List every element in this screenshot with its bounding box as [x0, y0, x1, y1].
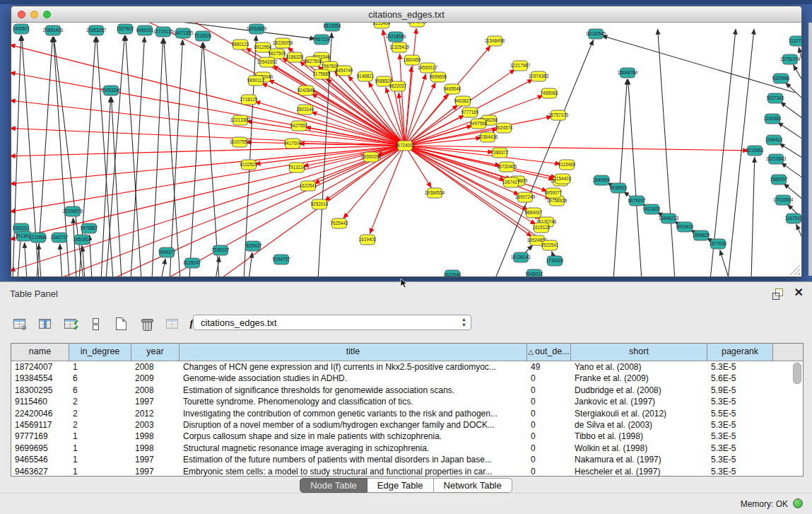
- graph-node-yellow[interactable]: 9417004: [284, 139, 302, 148]
- graph-node-teal[interactable]: 1677030: [710, 239, 727, 249]
- graph-node-teal[interactable]: 20691406: [43, 25, 64, 35]
- graph-node-teal[interactable]: 14136141: [511, 252, 531, 262]
- graph-node-teal[interactable]: 1733426: [546, 256, 564, 266]
- graph-node-teal[interactable]: 17016504: [773, 195, 794, 205]
- graph-node-teal[interactable]: 8215953: [746, 146, 764, 156]
- graph-node-yellow[interactable]: 10974383: [529, 71, 549, 81]
- column-header-name[interactable]: name: [11, 344, 69, 361]
- graph-node-teal[interactable]: 15751074: [780, 54, 801, 64]
- graph-node-yellow[interactable]: 8125464: [373, 23, 391, 28]
- graph-node-teal[interactable]: 1451914: [73, 235, 91, 245]
- graph-node-teal[interactable]: 14671355: [173, 28, 194, 38]
- graph-node-teal[interactable]: 2342737: [51, 233, 69, 243]
- table-row[interactable]: 911546021997Tourette syndrome. Phenomeno…: [11, 396, 803, 407]
- graph-node-yellow[interactable]: 9699695: [430, 72, 447, 82]
- float-panel-icon[interactable]: [772, 288, 784, 299]
- graph-node-teal[interactable]: 1167533: [785, 214, 801, 223]
- row-height-button[interactable]: [86, 315, 105, 332]
- graph-node-teal[interactable]: 1640954: [593, 175, 611, 185]
- graph-node-yellow[interactable]: 8102525: [240, 160, 258, 170]
- graph-node-yellow[interactable]: 9463627: [454, 96, 472, 106]
- table-row[interactable]: 1938455462009Genome-wide association stu…: [11, 373, 803, 384]
- column-header-pagerank[interactable]: pagerank: [707, 344, 773, 361]
- graph-node-yellow[interactable]: 2718129: [240, 95, 258, 105]
- graph-node-yellow[interactable]: 18300295: [361, 152, 382, 162]
- graph-node-teal[interactable]: 9245012: [526, 269, 543, 276]
- graph-node-yellow[interactable]: 12217987: [510, 61, 531, 71]
- graph-node-yellow[interactable]: 9252014: [311, 199, 329, 209]
- graph-node-teal[interactable]: 9227343: [767, 93, 784, 103]
- graph-node-teal[interactable]: 1527602: [117, 24, 134, 34]
- graph-node-yellow[interactable]: 12213382: [230, 115, 251, 125]
- tab-edge-table[interactable]: Edge Table: [367, 478, 434, 493]
- graph-node-yellow[interactable]: 9427552: [290, 121, 308, 131]
- graph-node-yellow[interactable]: 18226058: [273, 38, 293, 48]
- graph-node-yellow[interactable]: 16107553: [230, 137, 250, 147]
- graph-node-yellow[interactable]: 9884067: [525, 208, 543, 218]
- graph-node-yellow[interactable]: 11548498: [485, 36, 505, 46]
- graph-node-teal[interactable]: 1209383: [764, 114, 782, 124]
- graph-node-teal[interactable]: 7694377: [158, 247, 176, 257]
- graph-node-teal[interactable]: 1244413: [765, 135, 783, 145]
- graph-node-yellow[interactable]: 8454749: [336, 66, 353, 76]
- graph-node-yellow[interactable]: 19384554: [425, 188, 445, 198]
- graph-node-teal[interactable]: 6679197: [628, 196, 646, 206]
- graph-node-yellow[interactable]: 2522541: [541, 240, 559, 250]
- graph-node-yellow[interactable]: 1619402: [359, 235, 377, 245]
- graph-node-teal[interactable]: 16210643: [766, 154, 787, 164]
- column-header-in-degree[interactable]: in_degree: [69, 344, 131, 361]
- graph-node-teal[interactable]: 20053346: [101, 86, 122, 95]
- tab-node-table[interactable]: Node Table: [300, 478, 367, 493]
- graph-node-teal[interactable]: 9329966: [772, 74, 790, 83]
- graph-node-yellow[interactable]: 9827508: [305, 57, 322, 66]
- table-row[interactable]: 1830029562008Estimation of significance …: [11, 385, 803, 396]
- graph-node-yellow[interactable]: 2803144: [297, 105, 314, 115]
- network-window-titlebar[interactable]: citations_edges.txt: [11, 6, 801, 23]
- graph-node-teal[interactable]: 9194757: [273, 255, 290, 264]
- table-row[interactable]: 969969511998Structural magnetic resonanc…: [11, 443, 803, 454]
- graph-node-teal[interactable]: 1622548: [444, 270, 461, 276]
- graph-node-yellow[interactable]: 16646059: [407, 23, 428, 27]
- graph-node-teal[interactable]: 20206576: [63, 206, 83, 216]
- graph-node-teal[interactable]: 7625437: [245, 241, 262, 251]
- graph-node-yellow[interactable]: 1622541: [300, 181, 317, 191]
- graph-node-yellow[interactable]: 7625443: [331, 218, 348, 228]
- graph-node-teal[interactable]: 8128247: [184, 258, 201, 268]
- select-columns-button[interactable]: [35, 315, 54, 332]
- column-header-year[interactable]: year: [131, 344, 180, 361]
- graph-node-yellow[interactable]: 1615132: [533, 223, 551, 233]
- graph-node-yellow[interactable]: 10543392: [257, 57, 278, 67]
- graph-node-teal[interactable]: 7957224: [313, 35, 331, 45]
- memory-status-indicator[interactable]: [793, 498, 803, 508]
- graph-node-yellow[interactable]: 8186328: [286, 52, 304, 62]
- table-row[interactable]: 977716911998Corpus callosum shape and si…: [11, 431, 803, 442]
- table-row[interactable]: 1872400712008Changes of HCN gene express…: [11, 361, 803, 373]
- graph-node-teal[interactable]: 16053809: [247, 24, 267, 34]
- graph-node-yellow[interactable]: 3175685: [313, 69, 331, 79]
- graph-node-yellow[interactable]: 3624574: [495, 123, 513, 133]
- graph-node-teal[interactable]: 1569297: [770, 175, 788, 185]
- graph-node-teal[interactable]: 7539107: [212, 245, 230, 255]
- table-scrollbar-thumb[interactable]: [793, 363, 801, 384]
- graph-node-yellow[interactable]: 1154403: [554, 174, 572, 184]
- graph-node-teal[interactable]: 9421820: [643, 204, 661, 214]
- graph-node-teal[interactable]: 10653257: [86, 25, 107, 35]
- new-table-button[interactable]: [112, 315, 130, 332]
- graph-node-yellow[interactable]: 9890112: [247, 76, 265, 86]
- graph-node-teal[interactable]: 19218586: [386, 32, 406, 42]
- graph-node-yellow[interactable]: 9822037: [389, 81, 407, 91]
- graph-node-yellow[interactable]: 9465546: [444, 84, 461, 94]
- graph-node-yellow[interactable]: 7913134: [288, 163, 306, 173]
- graph-node-yellow[interactable]: 6959077: [545, 188, 563, 198]
- graph-node-yellow[interactable]: 16720405: [497, 162, 517, 172]
- graph-node-yellow[interactable]: 1860450: [404, 55, 421, 65]
- graph-node-teal[interactable]: 18130545: [586, 29, 606, 39]
- graph-node-teal[interactable]: 9975887: [81, 223, 98, 233]
- graph-node-teal[interactable]: 6466161: [136, 25, 154, 35]
- graph-node-teal[interactable]: 8813054: [324, 23, 341, 31]
- graph-node-teal[interactable]: 7515526: [194, 31, 212, 41]
- graph-node-yellow[interactable]: 1067427: [502, 177, 520, 187]
- graph-node-yellow[interactable]: 9860123: [232, 40, 249, 49]
- validate-columns-button[interactable]: ✔✔: [61, 315, 79, 332]
- table-row[interactable]: 2242004622012Investigating the contribut…: [11, 408, 803, 419]
